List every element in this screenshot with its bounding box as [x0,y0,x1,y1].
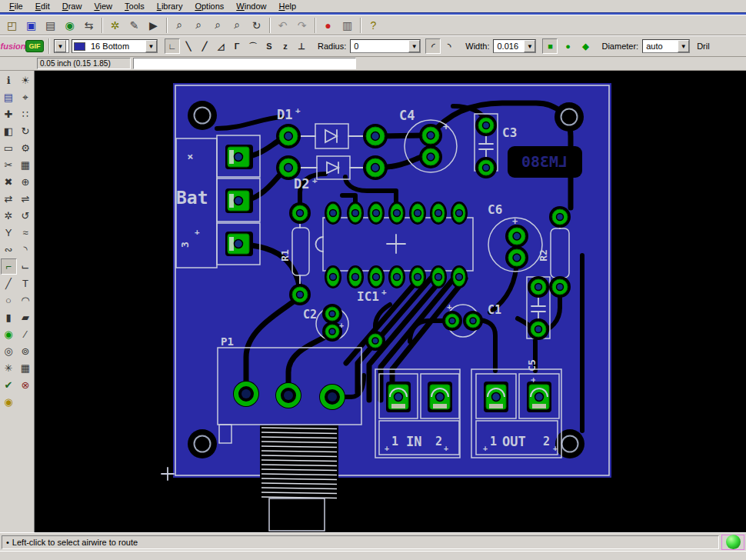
auto-router-tool[interactable]: ▦ [18,360,34,376]
signal-tool[interactable]: ∕ [18,326,34,342]
wire-bend-style-7[interactable]: S [261,38,277,54]
miter-style-2[interactable]: ◝ [441,38,457,54]
smash-tool[interactable]: ✲ [1,208,17,224]
stop-icon[interactable]: ● [319,17,337,34]
menu-item-edit[interactable]: Edit [29,1,56,12]
menu-item-help[interactable]: Help [272,1,302,12]
width-input[interactable]: 0.016 ▼ [493,39,536,53]
wire-bend-style-1[interactable]: ∟ [165,38,180,54]
text-tool[interactable]: T [18,275,34,292]
mirror-tool[interactable]: ◧ [1,123,17,139]
errors-tool[interactable]: ⊗ [18,377,34,393]
run-icon[interactable]: ▶ [145,17,162,34]
undo-icon[interactable]: ↶ [274,17,291,34]
via-shape-2[interactable]: ● [560,38,575,54]
zoom-fit-icon[interactable]: ⌕ [171,17,188,34]
menu-item-file[interactable]: File [3,1,29,12]
menu-item-view[interactable]: View [88,1,118,12]
ripup-tool[interactable]: ⌙ [18,258,34,275]
meander-tool[interactable]: ∾ [1,242,17,258]
group-tool[interactable]: ▭ [1,140,17,156]
zoom-out-icon[interactable]: ⌕ [209,17,227,34]
rotate-tool[interactable]: ↻ [18,123,34,139]
switch-schematic-icon[interactable]: ⇆ [80,17,98,34]
via-shape-3[interactable]: ◆ [578,38,593,54]
dropdown-arrow-icon[interactable]: ▼ [678,40,689,52]
pad-tool[interactable]: ⊚ [18,343,34,359]
menu-item-draw[interactable]: Draw [56,1,88,12]
dropdown-arrow-icon[interactable]: ▼ [408,40,420,52]
polygon-tool[interactable]: ▰ [18,309,34,325]
use-library-icon[interactable]: ✲ [106,17,124,34]
replace-tool[interactable]: ↺ [18,208,34,224]
menu-item-window[interactable]: Window [230,1,272,12]
gif-icon[interactable]: GIF [25,40,44,52]
wire-bend-style-2[interactable]: ╲ [181,38,196,54]
route-tool[interactable]: ⌐ [1,258,17,275]
tray-indicator[interactable] [721,535,744,550]
help-icon[interactable]: ? [365,17,382,34]
save-icon[interactable]: ▣ [22,17,40,34]
traffic-light-icon[interactable]: ▥ [338,17,356,34]
display-tool[interactable]: ▤ [1,89,17,105]
menu-item-options[interactable]: Options [188,1,230,12]
miter-tool[interactable]: ◝ [18,242,34,258]
split-tool[interactable]: Y [1,225,17,241]
open-icon[interactable]: ◰ [3,17,21,34]
wire-bend-style-4[interactable]: ◿ [213,38,228,54]
layer-select[interactable]: 16 Bottom ▼ [72,39,158,53]
info-light-tool[interactable]: ◉ [1,394,17,410]
pcb-board-drawing[interactable]: D1+D2+C4+C3LM380C6+R2R1IC1+C2+C1+C5+P1Ba… [35,71,746,532]
via-tool[interactable]: ◉ [1,326,17,342]
delete-tool[interactable]: ✖ [1,174,17,190]
miter-style-1[interactable]: ◜ [425,38,441,54]
dropdown-arrow-icon[interactable]: ▼ [145,40,157,52]
wire-bend-style-5[interactable]: Γ [229,38,245,54]
add-tool[interactable]: ⊕ [18,174,34,190]
paste-tool[interactable]: ▦ [18,157,34,173]
menu-item-tools[interactable]: Tools [118,1,151,12]
dropdown-arrow-icon[interactable]: ▼ [524,40,535,52]
show-tool[interactable]: ☀ [18,72,34,88]
command-line-input[interactable] [133,58,356,69]
info-tool[interactable]: ℹ [1,72,17,88]
arc-tool[interactable]: ◠ [18,292,34,308]
ratsnest-tool[interactable]: ✳ [1,360,17,376]
cam-processor-icon[interactable]: ◉ [61,17,78,34]
dropdown-arrow-icon[interactable]: ▼ [55,40,66,52]
wire-bend-style-6[interactable]: ⌒ [245,38,261,54]
optimize-tool[interactable]: ≈ [18,225,34,241]
rect-tool[interactable]: ▮ [1,309,17,325]
radius-input[interactable]: 0 ▼ [350,39,421,53]
zoom-select-icon[interactable]: ⌕ [228,17,246,34]
print-icon[interactable]: ▤ [42,17,59,34]
change-tool[interactable]: ⚙ [18,140,34,156]
eagle-board-editor-window: FileEditDrawViewToolsLibraryOptionsWindo… [0,0,746,560]
fusion-icon[interactable]: fusion [3,38,23,54]
wire-bend-style-8[interactable]: z [278,38,293,54]
wire-tool[interactable]: ╱ [1,275,17,292]
wire-bend-style-9[interactable]: ⊥ [294,38,309,54]
hole-tool[interactable]: ◎ [1,343,17,359]
move-tool[interactable]: ✚ [1,106,17,122]
gateswap-tool[interactable]: ⇌ [18,191,34,207]
zoom-in-icon[interactable]: ⌕ [190,17,208,34]
diameter-input[interactable]: auto ▼ [642,39,690,53]
copy-tool[interactable]: ∷ [18,106,34,122]
pad-drill-hole [284,391,293,400]
grid-dropdown[interactable]: ▼ [54,39,69,53]
mark-tool[interactable]: ⌖ [18,89,34,105]
width-value: 0.016 [494,42,521,51]
drc-tool[interactable]: ✔ [1,377,17,393]
via-shape-1[interactable]: ■ [542,38,558,54]
script-icon[interactable]: ✎ [125,17,143,34]
cut-tool[interactable]: ✂ [1,157,17,173]
pinswap-tool[interactable]: ⇄ [1,191,17,207]
terminal-clamp-strip [391,404,405,408]
pcb-canvas[interactable]: D1+D2+C4+C3LM380C6+R2R1IC1+C2+C1+C5+P1Ba… [35,71,746,532]
wire-bend-style-3[interactable]: ╱ [197,38,212,54]
zoom-redraw-icon[interactable]: ↻ [248,17,265,34]
circle-tool[interactable]: ○ [1,292,17,308]
menu-item-library[interactable]: Library [151,1,189,12]
redo-icon[interactable]: ↷ [293,17,311,34]
